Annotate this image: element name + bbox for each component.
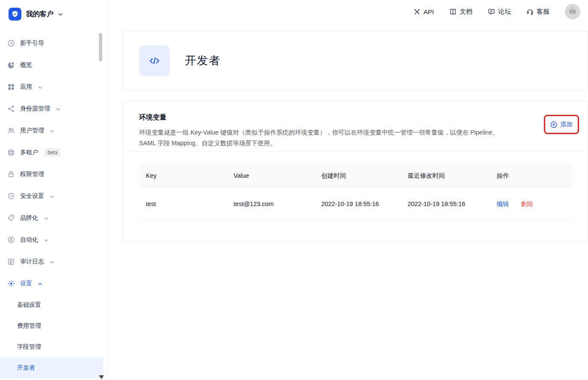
headset-icon [526,8,534,15]
chevron-down-icon [44,217,48,220]
sidebar-subitem-developer[interactable]: 开发者 [0,357,103,378]
beta-badge: beta [44,148,61,157]
book-icon [449,8,457,15]
env-vars-table: Key Value 创建时间 最近修改时间 操作 test test@123.c… [139,163,573,221]
sidebar-item-security-settings[interactable]: 安全设置 [0,185,108,207]
sidebar-item-audit-logs[interactable]: 审计日志 [0,251,108,272]
workspace-name: 我的客户 [26,10,53,19]
shield-icon [7,192,15,200]
add-button-label: 添加 [560,120,573,129]
cell-value: test@123.com [227,188,315,220]
forum-icon [488,8,495,15]
docs-link[interactable]: 文档 [449,8,472,16]
col-value: Value [227,163,315,188]
lock-icon [7,171,15,178]
sidebar-item-applications[interactable]: 应用 [0,76,108,98]
cell-actions: 编辑 删除 [490,188,573,220]
user-avatar[interactable] [565,4,580,19]
tag-icon [7,214,15,222]
plus-circle-icon [550,121,557,128]
chevron-down-icon [50,261,54,263]
forum-link-label: 论坛 [498,8,511,16]
globe-icon [7,149,15,156]
logo-shield-icon [9,8,21,21]
users-icon [7,127,15,135]
cell-modified: 2022-10-19 18:55:16 [401,188,490,220]
annotation-highlight-box: 添加 [544,115,579,134]
sidebar-item-label: 审计日志 [20,258,44,266]
sidebar-item-identity-sources[interactable]: 身份源管理 [0,98,108,120]
sidebar-item-label: 权限管理 [20,171,44,178]
sidebar-item-label: 自动化 [20,236,38,244]
sidebar-item-label: 多租户 [20,149,38,156]
env-vars-header: 环境变量 环境变量就是一组 Key-Value 键值对（类似于操作系统的环境变量… [123,101,588,152]
sidebar-item-multi-tenant[interactable]: 多租户 beta [0,141,108,163]
sidebar-item-label: 安全设置 [20,192,44,200]
chevron-down-icon [38,86,42,89]
tools-icon [413,8,421,15]
env-vars-card: 环境变量 环境变量就是一组 Key-Value 键值对（类似于操作系统的环境变量… [123,101,588,242]
sidebar-item-automation[interactable]: 自动化 [0,229,108,251]
table-row: test test@123.com 2022-10-19 18:55:16 20… [139,188,573,220]
support-link[interactable]: 客服 [526,8,549,16]
sidebar-item-branding[interactable]: 品牌化 [0,207,108,229]
chevron-down-icon [44,239,48,242]
automation-icon [7,236,15,244]
sidebar-subitem-label: 费用管理 [17,322,41,330]
section-description: 环境变量就是一组 Key-Value 键值对（类似于操作系统的环境变量），你可以… [139,127,508,149]
forum-link[interactable]: 论坛 [488,8,511,16]
table-header-row: Key Value 创建时间 最近修改时间 操作 [139,163,573,188]
delete-link[interactable]: 删除 [521,200,533,207]
sidebar-item-label: 设置 [20,280,32,287]
docs-link-label: 文档 [460,8,472,16]
page-title: 开发者 [185,53,221,68]
share-icon [7,105,15,113]
sidebar-item-overview[interactable]: 概览 [0,54,108,76]
sidebar-item-settings[interactable]: 设置 [0,272,108,294]
top-nav: API 文档 论坛 客服 [108,0,588,23]
support-link-label: 客服 [537,8,549,16]
log-icon [7,258,15,266]
sidebar-item-label: 品牌化 [20,214,38,222]
sidebar-item-label: 用户管理 [20,127,44,135]
sidebar-item-label: 身份源管理 [20,105,50,113]
sidebar-subitem-label: 字段管理 [17,343,41,351]
sidebar-item-label: 应用 [20,83,32,91]
sidebar-menu: 新手引导 概览 应用 身份源管理 用户管理 多租户 beta 权限管理 [0,32,108,378]
developer-code-icon [139,45,170,76]
sidebar-item-permissions[interactable]: 权限管理 [0,163,108,185]
sidebar-subitem-basic-settings[interactable]: 基础设置 [0,294,103,315]
sidebar-item-user-management[interactable]: 用户管理 [0,120,108,141]
env-vars-text: 环境变量 环境变量就是一组 Key-Value 键值对（类似于操作系统的环境变量… [139,113,508,152]
chevron-down-icon [50,130,54,132]
api-link[interactable]: API [413,8,434,15]
chevron-down-icon [50,195,54,198]
chevron-down-icon [56,108,60,111]
cell-created: 2022-10-19 18:55:16 [315,188,401,220]
col-actions: 操作 [490,163,573,188]
gear-icon [7,280,15,287]
workspace-switcher[interactable]: 我的客户 [0,0,108,28]
sidebar-item-guide[interactable]: 新手引导 [0,32,108,54]
chevron-down-icon [58,13,63,16]
api-link-label: API [424,8,434,15]
sidebar-subitem-label: 基础设置 [17,301,41,309]
compass-icon [7,39,15,47]
sidebar-subitem-billing[interactable]: 费用管理 [0,315,103,336]
env-vars-table-wrap: Key Value 创建时间 最近修改时间 操作 test test@123.c… [123,152,588,221]
page-header-card: 开发者 [123,31,588,90]
pie-chart-icon [7,61,15,69]
chevron-up-icon [38,283,42,285]
sidebar-subitem-fields[interactable]: 字段管理 [0,336,103,357]
section-title: 环境变量 [139,113,508,122]
sidebar-item-label: 新手引导 [20,39,44,47]
col-key: Key [139,163,227,188]
sidebar-scrollbar-thumb[interactable] [99,33,102,61]
col-modified: 最近修改时间 [401,163,490,188]
add-button[interactable]: 添加 [550,120,573,129]
cell-key: test [139,188,227,220]
sidebar: 我的客户 新手引导 概览 应用 身份源管理 用户管理 多租户 [0,0,108,380]
edit-link[interactable]: 编辑 [496,200,509,207]
sidebar-subitem-label: 开发者 [17,364,35,372]
sidebar-scrollbar-down-arrow[interactable] [99,375,104,379]
